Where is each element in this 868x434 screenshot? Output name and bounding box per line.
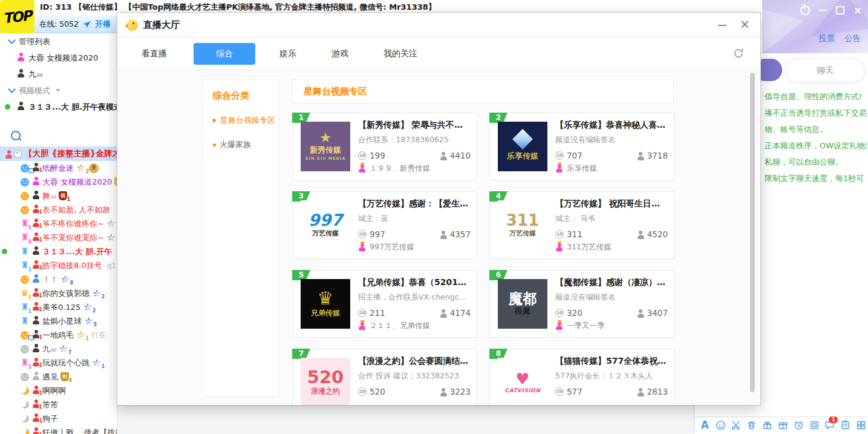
chick-icon xyxy=(126,19,138,31)
user-list-item[interactable]: ！！ ★将8 xyxy=(0,272,117,286)
dialog-scrollbar[interactable] xyxy=(750,73,755,392)
chat-history-icon[interactable] xyxy=(808,419,821,432)
mood-castle-icon: ♜5 xyxy=(20,219,30,229)
category-item-火爆家族[interactable]: 火爆家族 xyxy=(213,139,278,150)
trash-icon[interactable] xyxy=(745,419,758,432)
stream-card[interactable]: 4 311万艺传媒 【万艺传媒】 祝阳哥生日快乐！.. 城主： 马爷 10311… xyxy=(489,191,674,259)
gift-icon[interactable] xyxy=(761,419,774,432)
sidebar-search-row[interactable] xyxy=(0,128,117,143)
avatar xyxy=(17,53,25,63)
stream-title: 【猫猫传媒】577全体恭祝：1 ... xyxy=(555,356,668,367)
apps-icon[interactable] xyxy=(855,419,867,432)
gift-time-icon[interactable] xyxy=(792,419,805,432)
stream-card[interactable]: 7 520浪漫之约 【浪漫之約】公会赛圆满结束，... 合作 投诉 建议；332… xyxy=(292,349,477,406)
tab-综合[interactable]: 综合 xyxy=(194,43,255,65)
user-list-item[interactable]: 1 衣不如新, 人不如故 xyxy=(0,203,117,217)
tab-娱乐[interactable]: 娱乐 xyxy=(279,48,296,59)
maximize-icon[interactable] xyxy=(836,6,844,15)
room-sidebar: 管理列表 大蓉 女模频道2020 九lol 视频模式 ３１３...大 胆.开午夜… xyxy=(0,33,117,434)
stream-card[interactable]: 1 ★新秀传媒XIN XIU MEDIA 【新秀传媒】 荣辱与共不轻浮，.. 合… xyxy=(292,113,477,180)
dialog-close-icon[interactable]: × xyxy=(739,16,750,32)
message-icon[interactable]: 1 xyxy=(824,419,837,432)
user-list-item[interactable]: ♜ ３１３...大 胆.开午 xyxy=(0,245,117,258)
tab-chat[interactable]: 聊天 xyxy=(786,59,865,82)
category-item-星舞台视频专区[interactable]: 星舞台视频专区 xyxy=(213,115,278,126)
user-list-item[interactable]: 1 一地鸡毛 ★校1 行在 xyxy=(0,328,117,342)
user-name: 遇见 xyxy=(42,372,58,383)
user-name: 盐焗小星球 xyxy=(42,316,82,327)
minimize-icon[interactable] xyxy=(819,10,827,11)
user-list-item[interactable]: 大蓉 女模频道2020 金 xyxy=(0,175,117,189)
stream-card[interactable]: 2 乐享传媒 【乐享传媒】恭喜神秘人喜提神... 频道没有编辑签名 10707 … xyxy=(489,113,674,180)
stream-thumbnail: ★新秀传媒XIN XIU MEDIA xyxy=(301,122,350,171)
arrow-right-icon xyxy=(213,118,217,123)
sidebar-member-row[interactable]: 大蓉 女模频道2020 xyxy=(0,50,117,66)
coin-badge: 灵 xyxy=(89,163,99,173)
user-list-item[interactable]: ♜4 1 爷不宠你谁宠你~ ★将 xyxy=(0,231,117,245)
channel-id: 211 xyxy=(370,308,385,318)
emoji-icon[interactable] xyxy=(714,419,727,432)
stream-subtitle: 城主： 马爷 xyxy=(555,214,668,224)
search-icon[interactable] xyxy=(11,131,21,140)
tab-游戏[interactable]: 游戏 xyxy=(331,48,348,59)
avatar xyxy=(32,344,40,354)
broadcast-bird-icon xyxy=(82,21,91,28)
sidebar-group-视频模式[interactable]: 视频模式 xyxy=(0,82,117,99)
user-list-item[interactable]: ♜1 1 皓宇稳接8.0挂号 q11 xyxy=(0,258,117,272)
stream-card[interactable]: 6 魔都很魔 【魔都传媒】感谢（凄凉）（K... 频道没有编辑签名 10320 … xyxy=(489,270,674,338)
user-list-item[interactable]: 1 啊啊啊 xyxy=(0,384,117,398)
vote-link[interactable]: 投票 xyxy=(818,33,835,44)
mood-moon-icon xyxy=(20,400,30,410)
stream-card[interactable]: 8 ♥CATVISION 【猫猫传媒】577全体恭祝：1 ... 577执行会长… xyxy=(489,349,674,406)
rank-badge: 剑4 xyxy=(60,372,69,381)
user-list-item[interactable]: ♜5 1 爷不疼你谁疼你~ ★帅 xyxy=(0,217,117,231)
tab-我的关注[interactable]: 我的关注 xyxy=(383,48,417,59)
dialog-minimize-icon[interactable] xyxy=(718,25,726,26)
stream-title: 【万艺传媒】感谢：【爱生活，... xyxy=(358,199,471,209)
gift-box-icon[interactable] xyxy=(777,419,789,432)
channel-announcement: 倡导自愿、理性的消费方式!播不正当诱导打赏或私下交易物、账号等信息。正本频道秩序… xyxy=(765,88,867,186)
user-list-item[interactable]: 1 芾芾 xyxy=(0,398,117,412)
user-list-item[interactable]: 1 狗子 xyxy=(0,412,117,426)
chat-input-area[interactable] xyxy=(694,406,868,416)
user-trail-text: q11 xyxy=(107,261,117,270)
viewer-count: 4174 xyxy=(450,308,471,318)
viewers-icon xyxy=(440,152,447,159)
user-list-item[interactable]: ♜ 盐焗小星球 ★校5 xyxy=(0,314,117,328)
start-broadcast-button[interactable]: 开播 xyxy=(95,19,111,30)
user-list-item[interactable]: ♜3 1 玩就玩个心跳 ★骑1 xyxy=(0,356,117,370)
dialog-title: 直播大厅 xyxy=(143,19,180,31)
user-list-item[interactable]: 1 狂傲丨戰....使者【抟搬畜迬】 xyxy=(0,426,117,434)
font-icon[interactable]: A xyxy=(699,419,711,432)
active-room-row[interactable]: 【大胆 {接整主播}金牌才 xyxy=(0,146,117,161)
stream-thumbnail: 997万艺传媒 xyxy=(301,200,350,250)
viewer-count: 4520 xyxy=(647,229,668,239)
sidebar-member-row[interactable]: 九lol xyxy=(0,66,117,82)
user-list-item[interactable]: ♛1 1 你的女孩郭德 ★将2 xyxy=(0,286,117,300)
screenshot-icon[interactable] xyxy=(730,419,743,432)
stream-card[interactable]: 3 997万艺传媒 【万艺传媒】感谢：【爱生活，... 城主：蓝 10997 4… xyxy=(292,191,477,259)
announcement-line: 正本频道秩序，OW设定礼物消 xyxy=(765,137,867,154)
user-list-item[interactable]: 舞lol 侯1 xyxy=(0,189,117,203)
category-panel-title: 综合分类 xyxy=(213,90,278,102)
user-list-item[interactable]: 九lol ★骑7 xyxy=(0,342,117,356)
user-list-item[interactable]: 1 纸醉金迷 ★帅2灵 xyxy=(0,161,117,175)
sidebar-group-管理列表[interactable]: 管理列表 xyxy=(0,33,117,50)
stream-card[interactable]: 5 ♛兄弟传媒 【兄弟传媒】恭喜（52011斩获... 招主播，合作联系VX:c… xyxy=(292,270,477,338)
power-icon[interactable] xyxy=(800,5,810,15)
stream-subtitle: 城主：蓝 xyxy=(358,214,471,224)
close-icon[interactable]: × xyxy=(853,6,862,15)
user-list-item[interactable]: 遇见 剑4 xyxy=(0,370,117,384)
refresh-icon[interactable] xyxy=(733,47,745,61)
tab-看直播[interactable]: 看直播 xyxy=(142,48,167,59)
announcement-line: 物、账号等信息。 xyxy=(765,121,867,137)
stream-subtitle: 频道没有编辑签名 xyxy=(555,135,668,145)
avatar xyxy=(17,69,25,79)
viewers-icon xyxy=(637,388,644,395)
sidebar-member-row[interactable]: ３１３...大 胆.开午夜模式. xyxy=(0,99,117,115)
user-list-item[interactable]: ♜1 1 美爷0.125 ★将2 xyxy=(0,300,117,314)
announcement-link[interactable]: 公告 xyxy=(844,33,861,44)
announcement-line: 播不正当诱导打赏或私下交易 xyxy=(765,105,867,121)
host-name: 311万艺传媒 xyxy=(567,242,612,252)
records-icon[interactable] xyxy=(839,419,852,432)
